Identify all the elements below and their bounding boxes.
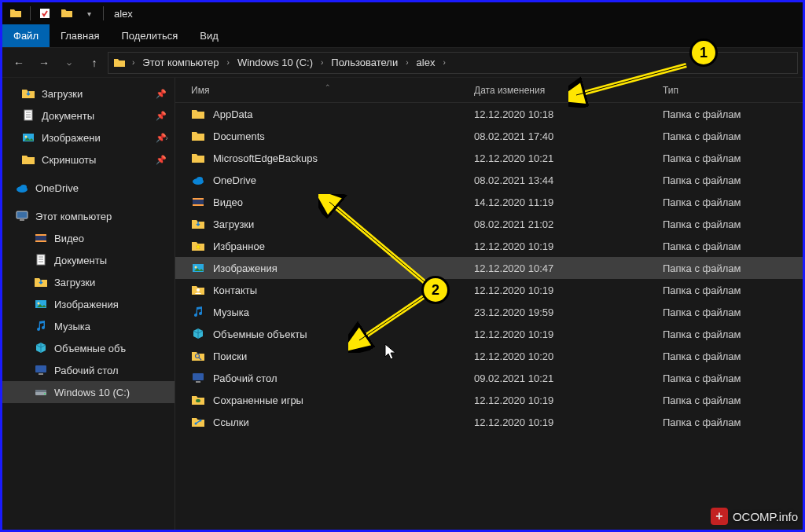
ribbon-tab-view[interactable]: Вид <box>189 24 230 47</box>
file-name: Ссылки <box>213 416 249 428</box>
svg-rect-36 <box>196 381 200 383</box>
file-name: Музыка <box>213 306 249 318</box>
svg-rect-21 <box>39 373 43 375</box>
document-icon <box>34 253 48 267</box>
address-segment[interactable]: alex <box>412 53 440 73</box>
chevron-right-icon[interactable]: › <box>224 58 233 67</box>
file-date: 08.02.2021 13:44 <box>474 174 663 186</box>
sidebar-item[interactable]: Музыка <box>2 315 175 337</box>
file-date: 08.02.2021 21:02 <box>474 218 663 230</box>
address-segment[interactable]: Этот компьютер <box>138 53 223 73</box>
svg-rect-13 <box>35 240 46 242</box>
sidebar-item-onedrive[interactable]: OneDrive <box>2 177 175 199</box>
ribbon-tab-share[interactable]: Поделиться <box>110 24 189 47</box>
sidebar-item-label: Изображения <box>54 299 119 310</box>
file-row[interactable]: MicrosoftEdgeBackups 12.12.2020 10:21 Па… <box>175 147 803 169</box>
column-name[interactable]: Имя ⌃ <box>175 85 474 96</box>
address-segment[interactable]: Windows 10 (C:) <box>233 53 318 73</box>
svg-point-31 <box>195 266 197 269</box>
file-row[interactable]: Ссылки 12.12.2020 10:19 Папка с файлам <box>175 411 803 433</box>
qa-properties-icon[interactable] <box>38 6 52 20</box>
sidebar-item-label: Объемные объ <box>54 343 126 354</box>
file-type: Папка с файлам <box>663 328 803 340</box>
file-row[interactable]: Рабочий стол 09.02.2021 10:21 Папка с фа… <box>175 367 803 389</box>
file-row[interactable]: Documents 08.02.2021 17:40 Папка с файла… <box>175 125 803 147</box>
file-row[interactable]: Сохраненные игры 12.12.2020 10:19 Папка … <box>175 389 803 411</box>
sidebar-item-label: Документы <box>54 255 107 266</box>
sidebar-item[interactable]: Документы 📌 <box>2 105 175 127</box>
file-row[interactable]: Изображения 12.12.2020 10:47 Папка с фай… <box>175 257 803 279</box>
desktop-icon <box>34 363 48 377</box>
file-date: 09.02.2021 10:21 <box>474 372 663 384</box>
watermark-text: OCOMP.info <box>733 510 798 523</box>
sidebar-item[interactable]: Изображени 📌 › <box>2 127 175 149</box>
annotation-badge-1: 1 <box>689 39 718 67</box>
file-row[interactable]: Музыка 23.12.2020 19:59 Папка с файлам <box>175 301 803 323</box>
file-type: Папка с файлам <box>663 350 803 362</box>
file-type: Папка с файлам <box>663 416 803 428</box>
sidebar-item-label: Музыка <box>54 321 90 332</box>
file-name: Объемные объекты <box>213 328 307 340</box>
folder-icon <box>191 129 205 143</box>
annotation-badge-2: 2 <box>421 276 450 304</box>
file-name: Контакты <box>213 284 257 296</box>
chevron-right-icon[interactable]: › <box>318 58 326 67</box>
ribbon-tab-file[interactable]: Файл <box>2 24 50 47</box>
file-row[interactable]: Объемные объекты 12.12.2020 10:19 Папка … <box>175 323 803 345</box>
column-type[interactable]: Тип <box>663 85 803 96</box>
file-type: Папка с файлам <box>663 262 803 274</box>
chevron-right-icon[interactable]: › <box>165 133 168 142</box>
address-segment[interactable]: Пользователи <box>326 53 402 73</box>
file-row[interactable]: AppData 12.12.2020 10:18 Папка с файлам <box>175 103 803 125</box>
explorer-window: ▾ alex Файл Главная Поделиться Вид ← → ⌵… <box>2 2 803 530</box>
file-type: Папка с файлам <box>663 284 803 296</box>
sidebar-item-label: Рабочий стол <box>54 365 119 376</box>
watermark: + OCOMP.info <box>711 508 798 525</box>
forward-button[interactable]: → <box>32 51 56 75</box>
file-list: Имя ⌃ Дата изменения Тип AppData 12.12.2… <box>175 78 803 530</box>
navigation-pane: Загрузки 📌 Документы 📌 Изображени 📌 › Ск… <box>2 78 175 530</box>
svg-point-32 <box>197 288 200 292</box>
drive-icon <box>34 385 48 399</box>
sidebar-item-thispc[interactable]: Этот компьютер <box>2 205 175 227</box>
chevron-right-icon[interactable]: › <box>439 58 448 67</box>
back-button[interactable]: ← <box>7 51 31 75</box>
file-row[interactable]: OneDrive 08.02.2021 13:44 Папка с файлам <box>175 169 803 191</box>
folder-icon <box>112 55 127 71</box>
file-row[interactable]: Контакты 12.12.2020 10:19 Папка с файлам <box>175 279 803 301</box>
watermark-icon: + <box>711 508 728 525</box>
svg-rect-28 <box>193 198 204 200</box>
folder-icon <box>191 151 205 165</box>
recent-dropdown[interactable]: ⌵ <box>57 51 81 75</box>
file-date: 23.12.2020 19:59 <box>474 306 663 318</box>
pictures-icon <box>21 130 35 145</box>
sidebar-item-label: Видео <box>54 233 84 244</box>
file-row[interactable]: Загрузки 08.02.2021 21:02 Папка с файлам <box>175 213 803 235</box>
chevron-right-icon[interactable]: › <box>402 58 411 67</box>
sidebar-item[interactable]: Скриншоты 📌 <box>2 149 175 171</box>
file-type: Папка с файлам <box>663 152 803 164</box>
sidebar-item[interactable]: Документы <box>2 249 175 271</box>
music-icon <box>34 319 48 333</box>
sidebar-item[interactable]: Видео <box>2 227 175 249</box>
file-row[interactable]: Поиски 12.12.2020 10:20 Папка с файлам <box>175 345 803 367</box>
sidebar-item[interactable]: Изображения <box>2 293 175 315</box>
sidebar-item[interactable]: Загрузки 📌 <box>2 83 175 105</box>
download-icon <box>34 275 48 289</box>
file-row[interactable]: Видео 14.12.2020 11:19 Папка с файлам <box>175 191 803 213</box>
sort-indicator-icon: ⌃ <box>325 83 331 91</box>
ribbon-tab-home[interactable]: Главная <box>50 24 110 47</box>
up-button[interactable]: ↑ <box>83 51 106 75</box>
sidebar-item[interactable]: Объемные объ <box>2 337 175 359</box>
sidebar-item[interactable]: Windows 10 (C:) <box>2 381 175 403</box>
sidebar-item[interactable]: Загрузки <box>2 271 175 293</box>
column-date[interactable]: Дата изменения <box>474 85 663 96</box>
qa-dropdown-icon[interactable]: ▾ <box>82 6 96 20</box>
chevron-right-icon[interactable]: › <box>129 58 138 67</box>
document-icon <box>21 108 35 123</box>
qa-newfolder-icon[interactable] <box>60 6 74 20</box>
file-date: 12.12.2020 10:19 <box>474 284 663 296</box>
file-row[interactable]: Избранное 12.12.2020 10:19 Папка с файла… <box>175 235 803 257</box>
svg-point-6 <box>25 136 28 138</box>
sidebar-item[interactable]: Рабочий стол <box>2 359 175 381</box>
